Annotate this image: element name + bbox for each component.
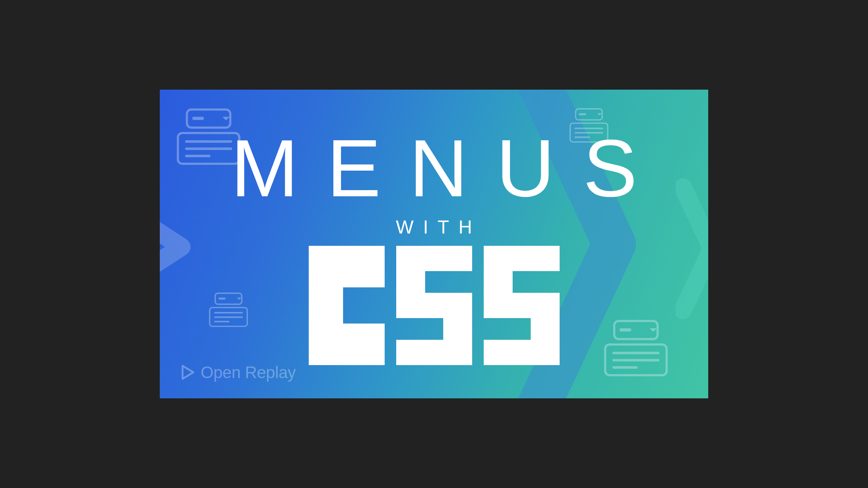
css-letter-c	[309, 246, 385, 365]
css-letter-s-1	[396, 246, 472, 365]
title-line-1: MENUS	[202, 128, 666, 209]
css-letter-s-2	[484, 246, 560, 365]
brand-logo: Open Replay	[180, 363, 296, 382]
brand-name: Open Replay	[201, 363, 296, 382]
css-blocky-text	[309, 246, 560, 365]
banner-hero: MENUS WITH	[160, 90, 708, 398]
banner-content: MENUS WITH	[160, 90, 708, 398]
play-icon	[180, 364, 196, 380]
title-line-2: WITH	[386, 216, 482, 238]
